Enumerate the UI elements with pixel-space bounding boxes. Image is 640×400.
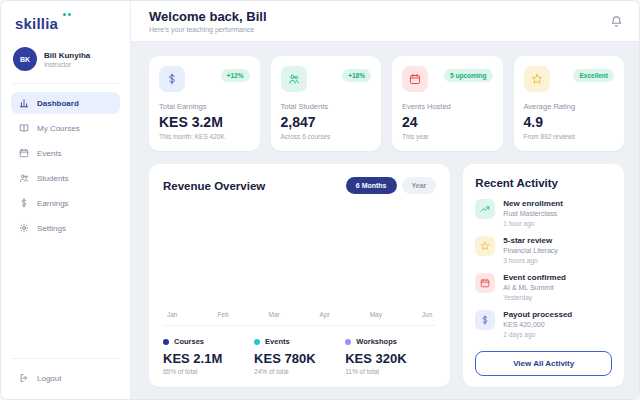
notifications-button[interactable] [610, 15, 623, 28]
sidebar-item-events[interactable]: Events [11, 142, 120, 164]
view-all-activity-button[interactable]: View All Activity [475, 351, 612, 376]
stat-card-average-rating[interactable]: Excellent Average Rating 4.9 From 892 re… [514, 56, 625, 151]
x-tick: Jan [167, 311, 177, 318]
activity-item-time: 1 hour ago [503, 220, 563, 227]
logout-label: Logout [37, 374, 61, 383]
sidebar-item-earnings[interactable]: Earnings [11, 192, 120, 214]
calendar-icon [402, 66, 428, 92]
gear-icon [19, 223, 29, 233]
activity-item-title: Event confirmed [503, 273, 566, 282]
sidebar-item-students[interactable]: Students [11, 167, 120, 189]
stat-label: Total Earnings [159, 102, 250, 111]
legend-label: Courses [174, 337, 204, 346]
activity-item-subtitle: Rust Masterclass [503, 210, 563, 217]
sidebar-item-settings[interactable]: Settings [11, 217, 120, 239]
activity-item-time: 3 hours ago [503, 257, 557, 264]
sidebar-nav: Dashboard My Courses Events Students Ear… [11, 92, 120, 239]
status-badge: 5 upcoming [444, 69, 492, 82]
sidebar-item-dashboard[interactable]: Dashboard [11, 92, 120, 114]
users-icon [281, 66, 307, 92]
activity-item-subtitle: Financial Literacy [503, 247, 557, 254]
stat-card-total-earnings[interactable]: +12% Total Earnings KES 3.2M This month:… [149, 56, 260, 151]
legend-value: KES 780K [254, 351, 345, 366]
page-subtitle: Here's your teaching performance [149, 26, 267, 33]
logout-button[interactable]: Logout [11, 367, 120, 389]
status-badge: +18% [342, 69, 371, 82]
x-tick: Apr [320, 311, 330, 318]
x-tick: Mar [269, 311, 280, 318]
list-item[interactable]: 5-star review Financial Literacy 3 hours… [475, 236, 612, 264]
legend-item-workshops: Workshops KES 320K 11% of total [345, 337, 436, 375]
sidebar-item-my-courses[interactable]: My Courses [11, 117, 120, 139]
recent-activity-card: Recent Activity New enrollment Rust Mast… [463, 164, 624, 387]
activity-item-subtitle: KES 420,000 [503, 321, 572, 328]
stat-card-total-students[interactable]: +18% Total Students 2,847 Across 6 cours… [271, 56, 382, 151]
page-title: Welcome back, Bill [149, 9, 267, 24]
activity-item-subtitle: AI & ML Summit [503, 284, 566, 291]
legend-value: KES 2.1M [163, 351, 254, 366]
legend-item-events: Events KES 780K 24% of total [254, 337, 345, 375]
header: Welcome back, Bill Here's your teaching … [131, 1, 639, 42]
list-item[interactable]: Payout processed KES 420,000 2 days ago [475, 310, 612, 338]
dollar-icon [475, 310, 495, 330]
user-role: Instructor [44, 61, 90, 68]
stat-sub: Across 6 courses [281, 133, 372, 140]
activity-item-time: 2 days ago [503, 331, 572, 338]
calendar-icon [475, 273, 495, 293]
chart-x-axis: Jan Feb Mar Apr May Jun [163, 311, 436, 326]
main-area: Welcome back, Bill Here's your teaching … [131, 1, 639, 399]
range-toggle: 6 Months Year [346, 177, 437, 194]
stat-card-events-hosted[interactable]: 5 upcoming Events Hosted 24 This year [392, 56, 503, 151]
stat-value: 2,847 [281, 114, 372, 130]
status-badge: +12% [221, 69, 250, 82]
legend-label: Workshops [356, 337, 397, 346]
sidebar-item-label: Earnings [37, 199, 69, 208]
activity-item-title: New enrollment [503, 199, 563, 208]
dashboard-content: +12% Total Earnings KES 3.2M This month:… [131, 42, 639, 399]
legend-dot-icon [345, 339, 351, 345]
stat-label: Events Hosted [402, 102, 493, 111]
x-tick: May [370, 311, 382, 318]
stats-row: +12% Total Earnings KES 3.2M This month:… [149, 56, 624, 151]
brand-logo-text: skillia [15, 15, 58, 32]
star-icon [524, 66, 550, 92]
users-icon [19, 173, 29, 183]
legend-share: 24% of total [254, 368, 345, 375]
list-item[interactable]: New enrollment Rust Masterclass 1 hour a… [475, 199, 612, 227]
x-tick: Jun [422, 311, 432, 318]
stat-value: KES 3.2M [159, 114, 250, 130]
stat-label: Total Students [281, 102, 372, 111]
sidebar-item-label: Dashboard [37, 99, 79, 108]
legend-label: Events [265, 337, 290, 346]
stat-label: Average Rating [524, 102, 615, 111]
calendar-icon [19, 148, 29, 158]
revenue-chart-plot-area [163, 194, 436, 311]
toggle-6-months[interactable]: 6 Months [346, 177, 397, 194]
status-badge: Excellent [573, 69, 614, 82]
revenue-title: Revenue Overview [163, 180, 265, 192]
legend-dot-icon [254, 339, 260, 345]
revenue-legend: Courses KES 2.1M 65% of total Events KES… [163, 337, 436, 375]
trend-up-icon [475, 199, 495, 219]
stat-value: 24 [402, 114, 493, 130]
stat-sub: From 892 reviews [524, 133, 615, 140]
dollar-icon [19, 198, 29, 208]
legend-share: 65% of total [163, 368, 254, 375]
toggle-year[interactable]: Year [402, 177, 437, 194]
sidebar-item-label: Students [37, 174, 69, 183]
bar-chart-icon [19, 98, 29, 108]
sidebar-item-label: Settings [37, 224, 66, 233]
activity-item-title: 5-star review [503, 236, 557, 245]
user-profile[interactable]: BK Bill Kunyiha Instructor [11, 43, 120, 84]
sidebar: skillia BK Bill Kunyiha Instructor Dashb… [1, 1, 131, 399]
activity-item-title: Payout processed [503, 310, 572, 319]
legend-item-courses: Courses KES 2.1M 65% of total [163, 337, 254, 375]
stat-sub: This year [402, 133, 493, 140]
logout-icon [19, 373, 29, 383]
user-name: Bill Kunyiha [44, 51, 90, 60]
x-tick: Feb [217, 311, 228, 318]
legend-share: 11% of total [345, 368, 436, 375]
stat-sub: This month: KES 420K [159, 133, 250, 140]
list-item[interactable]: Event confirmed AI & ML Summit Yesterday [475, 273, 612, 301]
brand-logo: skillia [11, 13, 120, 43]
